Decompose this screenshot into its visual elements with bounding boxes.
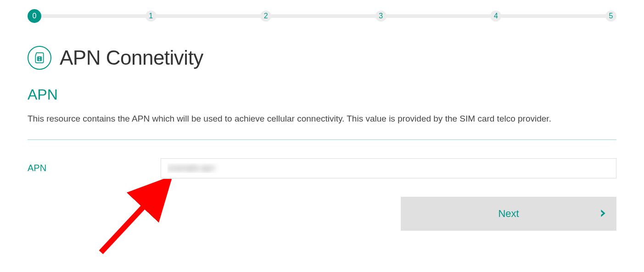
step-node-4[interactable]: 4 [490, 11, 501, 22]
step-node-0[interactable]: 0 [28, 9, 41, 23]
title-row: APN Connetivity [28, 46, 616, 70]
next-button-label: Next [498, 208, 519, 220]
apn-label: APN [28, 163, 161, 173]
apn-input[interactable] [161, 158, 616, 178]
step-label: 1 [149, 12, 153, 20]
section-description: This resource contains the APN which wil… [28, 112, 616, 126]
step-node-2[interactable]: 2 [260, 11, 271, 22]
stepper: 0 1 2 3 4 5 [28, 9, 616, 23]
step-label: 5 [609, 12, 613, 20]
page-title: APN Connetivity [60, 46, 203, 69]
step-label: 3 [379, 12, 383, 20]
step-label: 0 [33, 12, 37, 20]
chevron-right-icon [600, 208, 606, 220]
next-button[interactable]: Next [401, 197, 616, 231]
step-label: 2 [264, 12, 268, 20]
divider [28, 139, 616, 140]
step-label: 4 [494, 12, 498, 20]
button-row: Next [28, 197, 616, 231]
step-node-5[interactable]: 5 [605, 11, 616, 22]
sim-card-icon [28, 46, 51, 70]
section-title: APN [28, 86, 616, 103]
form-row-apn: APN [28, 158, 616, 178]
stepper-track [33, 14, 611, 18]
step-node-3[interactable]: 3 [375, 11, 386, 22]
step-node-1[interactable]: 1 [146, 11, 157, 22]
